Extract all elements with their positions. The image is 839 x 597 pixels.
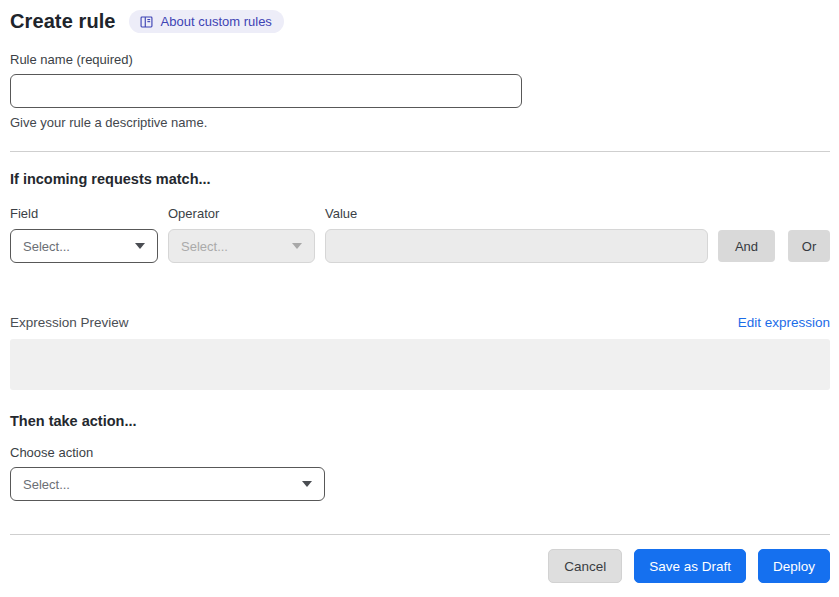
and-button[interactable]: And	[718, 230, 775, 262]
about-custom-rules-badge[interactable]: About custom rules	[129, 10, 284, 33]
field-label: Field	[10, 206, 168, 221]
rule-name-label: Rule name (required)	[10, 52, 830, 67]
expression-preview-row: Expression Preview Edit expression	[10, 315, 830, 330]
chevron-down-icon	[302, 481, 312, 487]
expression-preview-box	[10, 339, 830, 390]
match-section-heading: If incoming requests match...	[10, 171, 830, 187]
chevron-down-icon	[135, 243, 145, 249]
builder-labels: Field Operator Value	[10, 206, 830, 221]
rule-name-helper: Give your rule a descriptive name.	[10, 115, 830, 130]
action-section-heading: Then take action...	[10, 413, 830, 429]
operator-select-placeholder: Select...	[181, 239, 228, 254]
cancel-button[interactable]: Cancel	[548, 549, 622, 583]
choose-action-label: Choose action	[10, 445, 830, 460]
value-input[interactable]	[325, 229, 708, 263]
chevron-down-icon	[292, 243, 302, 249]
deploy-button[interactable]: Deploy	[758, 549, 830, 583]
field-select[interactable]: Select...	[10, 229, 158, 263]
rule-name-input[interactable]	[10, 74, 522, 108]
edit-expression-link[interactable]: Edit expression	[738, 315, 830, 330]
field-select-placeholder: Select...	[23, 239, 70, 254]
page-title: Create rule	[10, 10, 116, 33]
book-icon	[139, 15, 154, 29]
action-select-placeholder: Select...	[23, 477, 70, 492]
about-badge-label: About custom rules	[161, 14, 272, 29]
operator-label: Operator	[168, 206, 325, 221]
value-label: Value	[325, 206, 357, 221]
expression-preview-label: Expression Preview	[10, 315, 129, 330]
operator-select[interactable]: Select...	[168, 229, 315, 263]
create-rule-form: Create rule About custom rules Rule name…	[0, 0, 839, 583]
or-button[interactable]: Or	[788, 230, 830, 262]
footer-actions: Cancel Save as Draft Deploy	[10, 549, 830, 583]
section-divider	[10, 151, 830, 152]
action-select[interactable]: Select...	[10, 467, 325, 501]
save-as-draft-button[interactable]: Save as Draft	[634, 549, 746, 583]
builder-row: Select... Select... And Or	[10, 229, 830, 263]
header: Create rule About custom rules	[10, 10, 830, 33]
footer-divider	[10, 534, 830, 535]
